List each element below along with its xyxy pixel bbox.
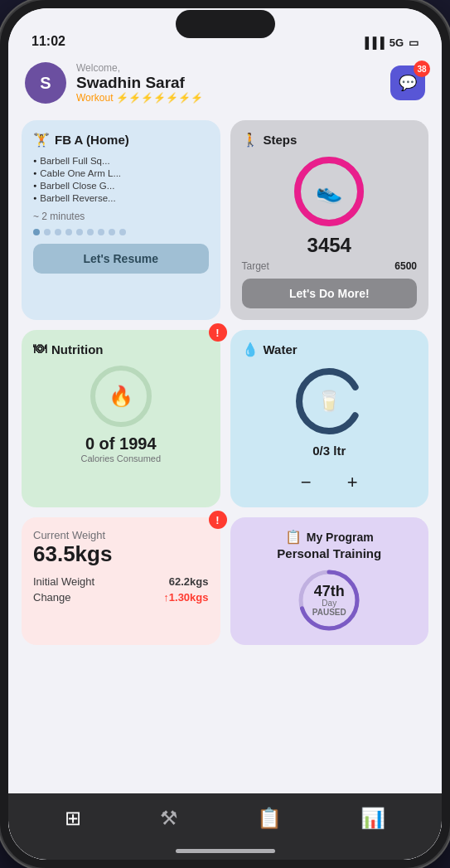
signal-bars-icon: ▐▐▐ (361, 36, 385, 49)
dashboard-grid: 🏋 FB A (Home) Barbell Full Sq... Cable O… (8, 114, 442, 653)
nutrition-label: Calories Consumed (80, 453, 161, 463)
steps-card: 🚶 Steps 👟 3454 (230, 120, 429, 320)
dumbbell-icon: ⚒ (160, 807, 178, 830)
steps-ring: 👟 (292, 154, 366, 229)
header-text: Welcome, Swadhin Saraf Workout ⚡⚡⚡⚡⚡⚡⚡ (76, 62, 203, 104)
home-icon: ⊞ (65, 807, 81, 830)
program-ring: 47th Day PAUSED (296, 567, 362, 633)
nav-log[interactable]: 📋 (257, 807, 282, 830)
header-left: S Welcome, Swadhin Saraf Workout ⚡⚡⚡⚡⚡⚡⚡ (25, 62, 203, 104)
flame-icon: 🔥 (109, 385, 133, 408)
steps-button[interactable]: Let's Do More! (242, 279, 418, 308)
message-icon: 💬 (399, 74, 417, 92)
phone-frame: 11:02 ▐▐▐ 5G ▭ S Welcome, Swadhin Saraf (0, 0, 450, 868)
dynamic-island (176, 10, 275, 38)
steps-count: 3454 (307, 234, 351, 257)
water-value: 0/3 ltr (312, 444, 346, 458)
nav-report[interactable]: 📊 (360, 807, 385, 830)
exercise-item: Barbell Reverse... (33, 192, 209, 204)
weight-initial-row: Initial Weight 62.2kgs (33, 575, 209, 588)
weight-current-value: 63.5kgs (33, 541, 209, 567)
program-day-number: 47th (312, 584, 346, 599)
program-card: 📋 My Program Personal Training 47th Day … (230, 517, 429, 645)
status-icons: ▐▐▐ 5G ▭ (361, 36, 419, 49)
water-controls: − + (242, 469, 418, 496)
program-title-line2: Personal Training (242, 546, 418, 560)
avatar: S (25, 62, 66, 104)
notification-button[interactable]: 💬 38 (390, 65, 425, 100)
nutrition-value: 0 of 1994 (85, 434, 157, 453)
water-card-title: 💧 Water (242, 342, 418, 357)
nutrition-card: ! 🍽 Nutrition 🔥 (22, 330, 220, 507)
nav-workout[interactable]: ⚒ (160, 807, 178, 830)
status-time: 11:02 (31, 34, 65, 49)
workout-streak: Workout ⚡⚡⚡⚡⚡⚡⚡ (76, 92, 203, 104)
clipboard-icon: 📋 (257, 807, 282, 830)
weight-alert-icon: ! (209, 511, 227, 529)
water-drop-icon: 💧 (242, 342, 259, 357)
workout-icon: 🏋 (33, 132, 50, 148)
battery-icon: ▭ (409, 36, 419, 49)
user-name: Swadhin Saraf (76, 74, 203, 92)
nutrition-center: 🔥 0 of 1994 Calories Consumed (33, 363, 209, 463)
glass-icon: 🥛 (317, 390, 341, 413)
steps-card-title: 🚶 Steps (242, 132, 418, 148)
notification-badge: 38 (414, 61, 430, 77)
exercise-list: Barbell Full Sq... Cable One Arm L... Ba… (33, 154, 209, 204)
steps-center: 👟 3454 (242, 154, 418, 257)
water-plus-button[interactable]: + (339, 469, 365, 496)
water-card: 💧 Water 🥛 0/3 ltr (230, 330, 429, 507)
weight-change-row: Change ↑1.30kgs (33, 591, 209, 604)
shoe-icon: 👟 (316, 179, 342, 205)
screen-content: S Welcome, Swadhin Saraf Workout ⚡⚡⚡⚡⚡⚡⚡… (8, 54, 442, 860)
workout-time: ~ 2 minutes (33, 211, 209, 222)
workout-card-title: 🏋 FB A (Home) (33, 132, 209, 148)
water-center: 🥛 0/3 ltr (242, 364, 418, 464)
nutrition-alert-icon: ! (209, 323, 227, 342)
workout-dots (33, 229, 209, 235)
exercise-item: Cable One Arm L... (33, 167, 209, 179)
phone-screen: 11:02 ▐▐▐ 5G ▭ S Welcome, Swadhin Saraf (8, 8, 442, 860)
exercise-item: Barbell Full Sq... (33, 154, 209, 167)
water-minus-button[interactable]: − (293, 469, 319, 496)
nutrition-card-title: 🍽 Nutrition (33, 342, 209, 356)
network-type: 5G (390, 36, 404, 49)
weight-current-label: Current Weight (33, 529, 209, 541)
welcome-text: Welcome, (76, 62, 203, 74)
steps-icon: 🚶 (242, 132, 259, 148)
weight-card: ! Current Weight 63.5kgs Initial Weight … (22, 517, 220, 645)
exercise-item: Barbell Close G... (33, 179, 209, 192)
steps-target: Target 6500 (242, 260, 418, 272)
nutrition-ring: 🔥 (88, 363, 154, 429)
nav-home[interactable]: ⊞ (65, 807, 81, 830)
program-ring-center: 47th Day PAUSED (312, 584, 346, 617)
home-indicator[interactable] (176, 849, 275, 853)
chart-icon: 📊 (360, 807, 385, 830)
app-header: S Welcome, Swadhin Saraf Workout ⚡⚡⚡⚡⚡⚡⚡… (8, 54, 442, 114)
program-title-line1: My Program (307, 531, 374, 544)
program-status: PAUSED (312, 608, 346, 617)
water-ring: 🥛 (292, 364, 366, 439)
program-day-label: Day (312, 599, 346, 608)
resume-button[interactable]: Let's Resume (33, 244, 209, 274)
workout-card: 🏋 FB A (Home) Barbell Full Sq... Cable O… (22, 120, 220, 320)
nutrition-icon: 🍽 (33, 342, 46, 356)
program-icon: 📋 (285, 529, 302, 545)
